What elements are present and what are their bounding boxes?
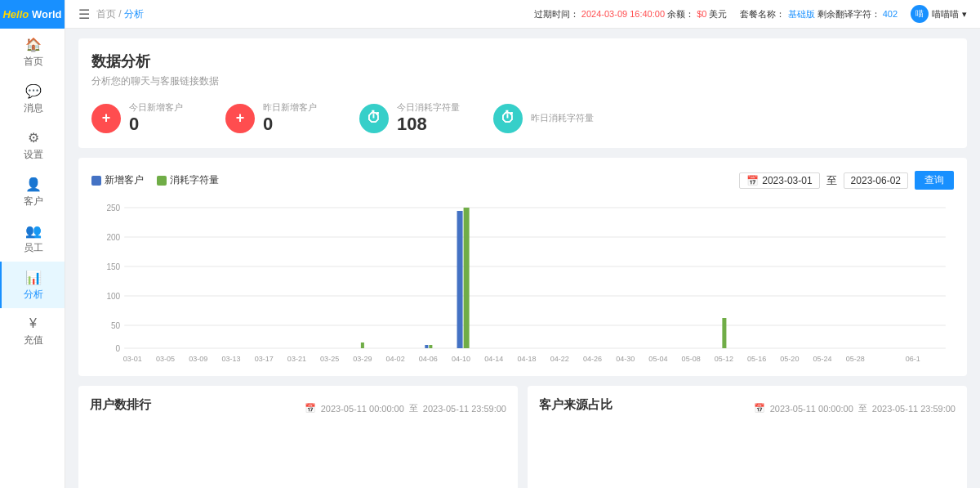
chart-date-separator: 至: [826, 173, 837, 188]
sidebar-item-customer[interactable]: 👤 客户: [0, 168, 65, 215]
source-ratio-date-from: 2023-05-11 00:00:00: [770, 404, 853, 414]
chart-svg: 250 200 150 100 50 0 03-01 03-05 03-09 0…: [91, 199, 954, 363]
stats-card: 数据分析 分析您的聊天与客服链接数据 + 今日新增客户 0 + 昨日新增客户 0: [78, 38, 967, 148]
stat-yesterday-new-label: 昨日新增客户: [263, 101, 317, 114]
sidebar-item-settings[interactable]: ⚙ 设置: [0, 122, 65, 168]
svg-text:03-17: 03-17: [255, 355, 274, 363]
svg-text:03-13: 03-13: [221, 355, 240, 363]
user-rank-date-from: 2023-05-11 00:00:00: [321, 404, 404, 414]
breadcrumb-home[interactable]: 首页: [96, 8, 116, 20]
customer-icon: 👤: [25, 177, 42, 192]
chart-header: 新增客户 消耗字符量 📅 2023-03-01 至 2023-06-02: [91, 171, 954, 190]
plan-value: 基础版: [788, 9, 815, 19]
user-rank-date-range: 📅 2023-05-11 00:00:00 至 2023-05-11 23:59…: [305, 402, 506, 414]
chart-legend: 新增客户 消耗字符量: [91, 173, 219, 187]
stat-today-new: + 今日新增客户 0: [91, 101, 206, 135]
svg-text:05-16: 05-16: [747, 355, 766, 363]
stat-today-chars-value: 108: [397, 114, 460, 135]
svg-text:04-02: 04-02: [386, 355, 405, 363]
user-rank-card: 用户数排行 📅 2023-05-11 00:00:00 至 2023-05-11…: [78, 386, 518, 488]
chart-area: 250 200 150 100 50 0 03-01 03-05 03-09 0…: [91, 199, 954, 363]
sidebar-item-recharge[interactable]: ¥ 充值: [0, 308, 65, 354]
bottom-row: 用户数排行 📅 2023-05-11 00:00:00 至 2023-05-11…: [78, 386, 967, 488]
stat-today-chars-icon: ⏱: [359, 104, 389, 133]
stats-row: + 今日新增客户 0 + 昨日新增客户 0 ⏱: [91, 101, 954, 135]
source-ratio-date-range: 📅 2023-05-11 00:00:00 至 2023-05-11 23:59…: [754, 402, 956, 414]
stat-today-new-label: 今日新增客户: [129, 101, 183, 114]
sidebar: Hello World 🏠 首页 💬 消息 ⚙ 设置 👤 客户 👥 员工 📊 分…: [0, 0, 65, 488]
legend-blue-dot: [91, 176, 101, 186]
chart-query-button[interactable]: 查询: [915, 171, 954, 190]
svg-rect-37: [457, 211, 463, 348]
user-rank-separator: 至: [409, 402, 418, 414]
svg-text:04-22: 04-22: [550, 355, 569, 363]
hamburger-icon[interactable]: ☰: [78, 7, 90, 22]
svg-text:100: 100: [106, 292, 120, 301]
balance-label: 余额：: [667, 9, 694, 19]
currency: 美元: [709, 9, 727, 19]
svg-text:50: 50: [111, 321, 121, 330]
sidebar-item-home[interactable]: 🏠 首页: [0, 29, 65, 75]
chart-controls: 📅 2023-03-01 至 2023-06-02 查询: [739, 171, 954, 190]
expire-label: 过期时间：: [534, 9, 579, 19]
svg-text:03-01: 03-01: [123, 355, 142, 363]
sidebar-item-analysis-label: 分析: [24, 288, 43, 302]
svg-text:04-14: 04-14: [484, 355, 503, 363]
stat-yesterday-chars: ⏱ 昨日消耗字符量: [493, 101, 608, 135]
svg-text:04-18: 04-18: [517, 355, 536, 363]
user-name: 喵喵喵: [932, 8, 959, 20]
expire-info: 过期时间： 2024-03-09 16:40:00 余额： $0 美元: [534, 8, 728, 20]
avatar: 喵: [911, 5, 929, 23]
source-ratio-card: 客户来源占比 📅 2023-05-11 00:00:00 至 2023-05-1…: [528, 386, 967, 488]
svg-text:200: 200: [106, 233, 120, 242]
calendar-icon: 📅: [746, 175, 759, 186]
stat-yesterday-chars-label: 昨日消耗字符量: [531, 112, 594, 124]
expire-value: 2024-03-09 16:40:00: [581, 9, 665, 19]
plan-info: 套餐名称： 基础版 剩余翻译字符： 402: [740, 8, 898, 20]
svg-text:06-1: 06-1: [906, 355, 920, 363]
topbar: ☰ 首页 / 分析 过期时间： 2024-03-09 16:40:00 余额： …: [65, 0, 980, 29]
stat-yesterday-new-value: 0: [263, 114, 317, 135]
svg-text:250: 250: [106, 204, 120, 213]
source-ratio-header: 客户来源占比 📅 2023-05-11 00:00:00 至 2023-05-1…: [539, 397, 956, 419]
stat-yesterday-new-icon: +: [225, 104, 255, 133]
svg-text:03-25: 03-25: [320, 355, 339, 363]
staff-icon: 👥: [25, 223, 42, 239]
svg-text:04-06: 04-06: [419, 355, 438, 363]
svg-text:04-30: 04-30: [616, 355, 635, 363]
breadcrumb-separator: /: [118, 8, 124, 20]
svg-text:05-28: 05-28: [846, 355, 865, 363]
stat-today-chars-label: 今日消耗字符量: [397, 101, 460, 114]
svg-rect-39: [425, 345, 428, 348]
svg-text:150: 150: [106, 262, 120, 271]
chart-date-from-box[interactable]: 📅 2023-03-01: [739, 172, 819, 189]
legend-new-customer-label: 新增客户: [105, 173, 144, 187]
svg-rect-41: [722, 318, 726, 348]
logo-world: World: [32, 8, 62, 20]
chart-card: 新增客户 消耗字符量 📅 2023-03-01 至 2023-06-02: [78, 158, 967, 376]
stat-today-new-icon: +: [91, 104, 121, 133]
settings-icon: ⚙: [28, 130, 39, 146]
analysis-icon: 📊: [25, 270, 42, 285]
chart-date-to-box[interactable]: 2023-06-02: [844, 172, 908, 189]
chart-date-from: 2023-03-01: [762, 175, 812, 186]
remain-value: 402: [883, 9, 898, 19]
source-ratio-title: 客户来源占比: [539, 397, 612, 413]
sidebar-item-analysis[interactable]: 📊 分析: [0, 262, 65, 308]
content-area: 数据分析 分析您的聊天与客服链接数据 + 今日新增客户 0 + 昨日新增客户 0: [65, 29, 980, 488]
stat-today-new-value: 0: [129, 114, 183, 135]
sidebar-item-recharge-label: 充值: [24, 334, 43, 347]
recharge-icon: ¥: [29, 316, 37, 331]
svg-text:05-04: 05-04: [648, 355, 667, 363]
sidebar-item-staff-label: 员工: [24, 241, 43, 255]
topbar-left: ☰ 首页 / 分析: [78, 7, 144, 22]
svg-text:0: 0: [116, 344, 121, 353]
sidebar-item-message[interactable]: 💬 消息: [0, 75, 65, 122]
remain-label: 剩余翻译字符：: [817, 9, 880, 19]
stat-yesterday-new: + 昨日新增客户 0: [225, 101, 340, 135]
svg-text:05-12: 05-12: [715, 355, 733, 363]
user-avatar-area[interactable]: 喵 喵喵喵 ▾: [911, 5, 967, 23]
source-ratio-date-to: 2023-05-11 23:59:00: [872, 404, 956, 414]
stat-today-new-info: 今日新增客户 0: [129, 101, 183, 135]
sidebar-item-staff[interactable]: 👥 员工: [0, 215, 65, 262]
